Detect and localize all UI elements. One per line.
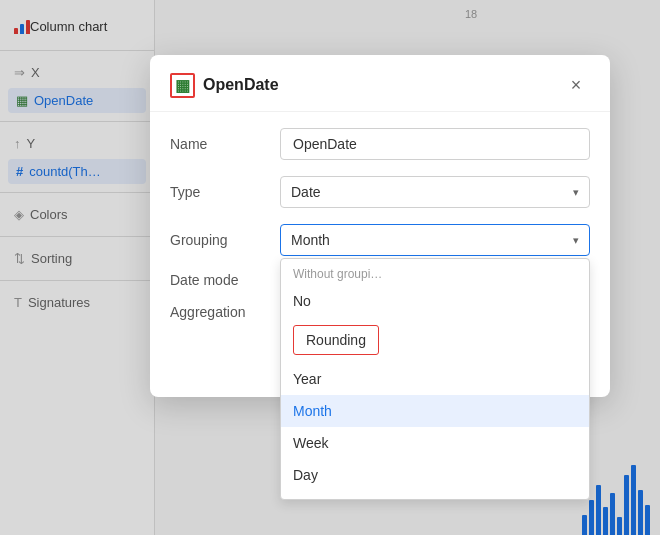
grouping-select[interactable]: Month ▾ [280, 224, 590, 256]
grouping-label: Grouping [170, 232, 280, 248]
dropdown-item-rounding: Rounding [281, 317, 589, 363]
grouping-value: Month [291, 232, 330, 248]
dropdown-scroll-area[interactable]: Without groupi… No Rounding Year Month W… [281, 259, 589, 499]
modal-close-button[interactable]: × [562, 71, 590, 99]
dropdown-section-date-part: Date part [281, 491, 589, 499]
dropdown-item-month-rounding[interactable]: Month [281, 395, 589, 427]
dropdown-item-day[interactable]: Day [281, 459, 589, 491]
grouping-row: Grouping Month ▾ Without groupi… No Roun… [170, 224, 590, 256]
dropdown-item-year-rounding[interactable]: Year [281, 363, 589, 395]
name-label: Name [170, 136, 280, 152]
modal-title: ▦ OpenDate [170, 73, 279, 98]
grouping-control: Month ▾ Without groupi… No Rounding Year… [280, 224, 590, 256]
dropdown-item-week-rounding[interactable]: Week [281, 427, 589, 459]
dropdown-item-no[interactable]: No [281, 285, 589, 317]
modal-header: ▦ OpenDate × [150, 55, 610, 112]
grouping-chevron-icon: ▾ [573, 234, 579, 247]
name-input[interactable] [280, 128, 590, 160]
type-chevron-icon: ▾ [573, 186, 579, 199]
type-value: Date [291, 184, 321, 200]
rounding-box: Rounding [293, 325, 379, 355]
type-control: Date ▾ [280, 176, 590, 208]
date-mode-label: Date mode [170, 272, 280, 288]
type-row: Type Date ▾ [170, 176, 590, 208]
modal-table-icon: ▦ [170, 73, 195, 98]
dropdown-section-without: Without groupi… [281, 259, 589, 285]
type-select[interactable]: Date ▾ [280, 176, 590, 208]
name-control [280, 128, 590, 160]
aggregation-label: Aggregation [170, 304, 280, 320]
modal-dialog: ▦ OpenDate × Name Type Date ▾ Grouping [150, 55, 610, 397]
grouping-dropdown: Without groupi… No Rounding Year Month W… [280, 258, 590, 500]
type-label: Type [170, 184, 280, 200]
modal-title-text: OpenDate [203, 76, 279, 94]
modal-body: Name Type Date ▾ Grouping Month ▾ [150, 112, 610, 320]
name-row: Name [170, 128, 590, 160]
